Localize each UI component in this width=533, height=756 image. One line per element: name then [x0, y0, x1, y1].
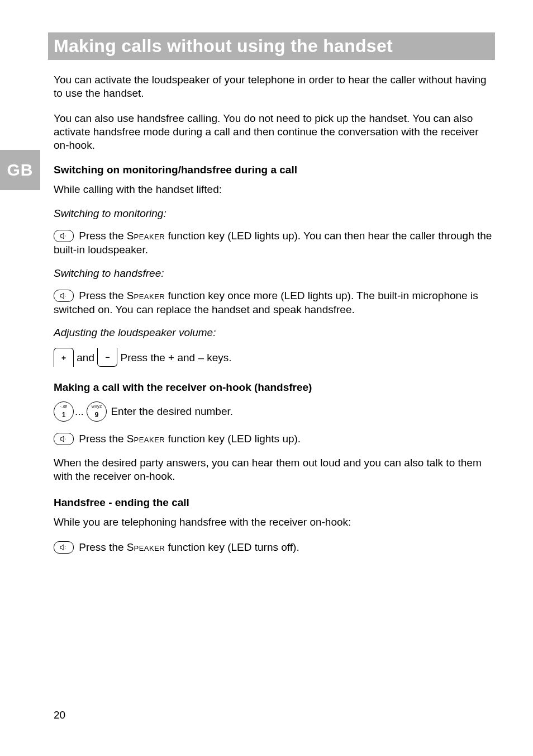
title-bar: Making calls without using the handset [48, 32, 495, 60]
text: Enter the desired number. [108, 405, 233, 417]
text: Press the S [76, 541, 134, 553]
text: Press the S [76, 289, 134, 301]
ellipsis: ... [75, 405, 84, 417]
key-top-label: wxyz [87, 404, 106, 409]
and-text: and [74, 352, 97, 363]
switching-to-handsfree-label: Switching to handsfree: [54, 267, 495, 280]
speaker-key-instruction-4: Press the Speaker function key (LED turn… [54, 540, 495, 554]
speaker-icon [54, 290, 74, 302]
enter-number-instruction: -.@ 1 ... wxyz 9 Enter the desired numbe… [54, 401, 495, 422]
svg-line-1 [65, 237, 65, 237]
text: function key (LED lights up). [165, 433, 301, 445]
plus-key-icon: + [54, 348, 74, 367]
heading-ending-call: Handsfree - ending the call [54, 497, 495, 509]
side-tab: GB [0, 150, 40, 190]
svg-line-4 [65, 438, 65, 438]
speaker-icon [54, 433, 74, 445]
svg-line-7 [65, 548, 65, 549]
speaker-key-instruction-2: Press the Speaker function key once more… [54, 289, 495, 317]
svg-line-0 [65, 235, 65, 235]
key-top-label: -.@ [54, 404, 73, 409]
switching-to-monitoring-label: Switching to monitoring: [54, 207, 495, 220]
desired-party-text: When the desired party answers, you can … [54, 456, 495, 484]
text-smallcaps: peaker [134, 541, 165, 553]
svg-line-3 [65, 296, 65, 297]
text: function key (LED turns off). [165, 541, 299, 553]
speaker-key-instruction-1: Press the Speaker function key (LED ligh… [54, 229, 495, 257]
speaker-icon [54, 541, 74, 554]
page-title: Making calls without using the handset [54, 36, 489, 56]
adjusting-volume-label: Adjusting the loudspeaker volume: [54, 327, 495, 339]
svg-line-5 [65, 440, 65, 440]
text-smallcaps: peaker [134, 433, 165, 445]
key-bottom-label: 9 [87, 411, 106, 420]
key-9-icon: wxyz 9 [87, 401, 107, 422]
while-handsfree-text: While you are telephoning handsfree with… [54, 516, 495, 529]
while-calling-text: While calling with the handset lifted: [54, 183, 495, 196]
key-bottom-label: 1 [54, 411, 73, 420]
content-area: Making calls without using the handset Y… [54, 32, 495, 565]
text-smallcaps: peaker [134, 230, 165, 242]
page-number: 20 [54, 709, 65, 721]
speaker-icon [54, 230, 74, 242]
heading-making-call: Making a call with the receiver on-hook … [54, 381, 495, 394]
intro-paragraph-2: You can also use handsfree calling. You … [54, 112, 495, 153]
text: Press the S [76, 433, 134, 445]
plus-minus-instruction: + and − Press the + and – keys. [54, 348, 495, 368]
speaker-key-instruction-3: Press the Speaker function key (LED ligh… [54, 432, 495, 446]
text: Press the + and – keys. [117, 352, 231, 363]
intro-paragraph-1: You can activate the loudspeaker of your… [54, 73, 495, 101]
key-1-icon: -.@ 1 [54, 401, 74, 422]
svg-line-6 [65, 546, 65, 547]
svg-line-2 [65, 295, 65, 295]
text: Press the S [76, 230, 134, 242]
heading-switching-on: Switching on monitoring/handsfree during… [54, 164, 495, 176]
text-smallcaps: peaker [134, 289, 165, 301]
minus-key-icon: − [97, 348, 117, 367]
